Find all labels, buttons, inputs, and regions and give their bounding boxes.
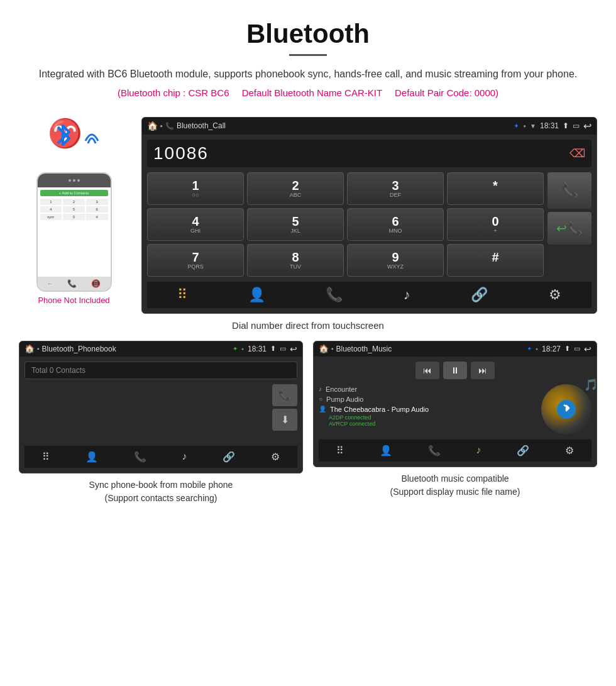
track-1: ♪ Encounter xyxy=(319,384,536,394)
pb-statusbar-right: ✦ ● 18:31 ⬆ ▭ ↩ xyxy=(233,344,297,354)
pb-nav-music[interactable]: ♪ xyxy=(182,451,187,462)
spec-pair: Default Pair Code: 0000) xyxy=(395,87,498,98)
music-prev-btn[interactable]: ⏮ xyxy=(415,362,439,379)
key-0[interactable]: 0+ xyxy=(447,208,544,241)
pb-nav-contacts[interactable]: 👤 xyxy=(85,451,98,463)
pb-window-icon[interactable]: ▭ xyxy=(280,345,286,353)
phone-key[interactable]: # xyxy=(86,214,108,220)
keypad-grid: 1○○ 2ABC 3DEF * 4GHI 5JKL 6MNO 0+ 7PQRS … xyxy=(147,172,544,277)
dial-number-display: 10086 xyxy=(153,143,569,163)
phone-end-btn[interactable]: 📵 xyxy=(91,279,101,288)
phone-key[interactable]: 0 xyxy=(63,214,85,220)
music-right-side: ♪ Encounter ○ Pump Audio 👤 The Cheebacab… xyxy=(319,384,591,434)
phonebook-caption-line1: Sync phone-book from mobile phone xyxy=(89,480,233,490)
nav-settings-btn[interactable]: ⚙ xyxy=(549,287,561,303)
track-3-icon: 👤 xyxy=(319,406,326,412)
music-window-icon[interactable]: ▭ xyxy=(574,345,580,353)
home-icon[interactable]: 🏠 xyxy=(147,121,158,131)
phone-key[interactable]: sym xyxy=(40,214,62,220)
backspace-button[interactable]: ⌫ xyxy=(569,147,585,160)
dial-screen-time: 18:31 xyxy=(540,121,559,130)
bt-vinyl-icon xyxy=(561,402,571,416)
phone-key[interactable]: 2 xyxy=(63,199,85,205)
phone-key[interactable]: 5 xyxy=(63,206,85,213)
pb-screen-icon: ▪ xyxy=(37,345,40,352)
music-nav-link[interactable]: 🔗 xyxy=(517,445,529,456)
call-green-icon: 📞 xyxy=(561,182,578,199)
phonebook-caption-line2: (Support contacts searching) xyxy=(105,493,217,503)
pb-nav-settings[interactable]: ⚙ xyxy=(271,451,280,463)
phone-back-btn[interactable]: ← xyxy=(47,280,53,287)
music-next-btn[interactable]: ⏭ xyxy=(471,362,495,379)
music-nav-contacts[interactable]: 👤 xyxy=(380,445,392,456)
phone-key[interactable]: 6 xyxy=(86,206,108,213)
sync-contacts-btn[interactable]: ⬇ xyxy=(272,409,297,431)
nav-recent-btn[interactable]: 📞 xyxy=(326,287,343,303)
key-7[interactable]: 7PQRS xyxy=(147,244,244,277)
music-caption-line1: Bluetooth music compatible xyxy=(401,473,509,484)
car-dial-screen: 🏠 ▪ 📞 Bluetooth_Call ✦ ● ▼ 18:31 ⬆ ▭ ↩ 1… xyxy=(141,117,597,314)
key-3[interactable]: 3DEF xyxy=(347,172,444,205)
music-nav-music[interactable]: ♪ xyxy=(476,445,481,456)
music-time: 18:27 xyxy=(542,345,561,353)
contacts-search-input[interactable]: Total 0 Contacts xyxy=(25,362,297,379)
pb-home-icon[interactable]: 🏠 xyxy=(25,344,35,353)
music-home-icon[interactable]: 🏠 xyxy=(319,344,329,353)
call-button[interactable]: 📞 xyxy=(547,172,591,209)
track-1-name: Encounter xyxy=(326,385,357,393)
music-nav-dialpad[interactable]: ⠿ xyxy=(336,445,344,456)
window-icon[interactable]: ▭ xyxy=(573,121,580,130)
music-play-btn[interactable]: ⏸ xyxy=(443,362,467,379)
phone-call-btn[interactable]: 📞 xyxy=(67,279,77,288)
music-caption: Bluetooth music compatible (Support disp… xyxy=(313,472,597,499)
music-bt-icon: ✦ xyxy=(527,345,532,352)
pb-nav-link[interactable]: 🔗 xyxy=(223,451,235,463)
pb-nav-dialpad[interactable]: ⠿ xyxy=(42,451,50,463)
music-nav-phone[interactable]: 📞 xyxy=(428,445,441,456)
call-contact-btn[interactable]: 📞 xyxy=(272,384,297,406)
music-nav-settings[interactable]: ⚙ xyxy=(565,445,574,456)
back-icon[interactable]: ↩ xyxy=(583,120,591,132)
phone-key[interactable]: 1 xyxy=(40,199,62,205)
music-back-icon[interactable]: ↩ xyxy=(584,344,591,354)
key-2[interactable]: 2ABC xyxy=(247,172,344,205)
music-card: 🏠 ▪ Bluetooth_Music ✦ ● 18:27 ⬆ ▭ ↩ ⏮ xyxy=(313,341,597,505)
music-note-icon: 🎵 xyxy=(584,378,597,392)
music-statusbar-left: 🏠 ▪ Bluetooth_Music xyxy=(319,344,523,353)
music-screen-body: ⏮ ⏸ ⏭ ♪ Encounter ○ Pump Audio xyxy=(314,357,597,467)
nav-link-btn[interactable]: 🔗 xyxy=(471,287,488,303)
pb-nav-phone[interactable]: 📞 xyxy=(134,451,146,463)
redial-icon: ↩📞 xyxy=(556,221,583,236)
pb-expand-icon[interactable]: ⬆ xyxy=(270,345,276,353)
pb-dot-icon: ● xyxy=(241,346,244,351)
redial-button[interactable]: ↩📞 xyxy=(547,212,591,245)
music-expand-icon[interactable]: ⬆ xyxy=(564,345,570,353)
expand-icon[interactable]: ⬆ xyxy=(563,121,569,130)
nav-dialpad-btn[interactable]: ⠿ xyxy=(177,287,187,303)
pb-screen-title: Bluetooth_Phonebook xyxy=(42,345,116,353)
phone-bottom-bar: ← 📞 📵 xyxy=(38,277,111,290)
car-bottom-nav-music: ⠿ 👤 📞 ♪ 🔗 ⚙ xyxy=(319,440,591,462)
key-6[interactable]: 6MNO xyxy=(347,208,444,241)
key-8[interactable]: 8TUV xyxy=(247,244,344,277)
pb-back-icon[interactable]: ↩ xyxy=(290,344,297,354)
phone-key[interactable]: 3 xyxy=(86,199,108,205)
car-bottom-nav-dial: ⠿ 👤 📞 ♪ 🔗 ⚙ xyxy=(147,282,591,308)
nav-music-btn[interactable]: ♪ xyxy=(404,287,410,303)
avrcp-status: AVRCP connected xyxy=(329,421,536,427)
phone-not-included-label: Phone Not Included xyxy=(38,296,109,305)
call-buttons: 📞 ↩📞 xyxy=(547,172,591,277)
dial-screen-title: Bluetooth_Call xyxy=(177,121,226,130)
key-4[interactable]: 4GHI xyxy=(147,208,244,241)
key-1[interactable]: 1○○ xyxy=(147,172,244,205)
key-star[interactable]: * xyxy=(447,172,544,205)
key-hash[interactable]: # xyxy=(447,244,544,277)
nav-contacts-btn[interactable]: 👤 xyxy=(248,287,265,303)
page-specs: (Bluetooth chip : CSR BC6 Default Blueto… xyxy=(38,87,578,98)
phone-key[interactable]: 4 xyxy=(40,206,62,213)
key-9[interactable]: 9WXYZ xyxy=(347,244,444,277)
key-5[interactable]: 5JKL xyxy=(247,208,344,241)
car-music-screen: 🏠 ▪ Bluetooth_Music ✦ ● 18:27 ⬆ ▭ ↩ ⏮ xyxy=(313,341,597,467)
music-dot-icon: ● xyxy=(536,346,538,351)
signal-dot-icon: ● xyxy=(523,123,526,129)
